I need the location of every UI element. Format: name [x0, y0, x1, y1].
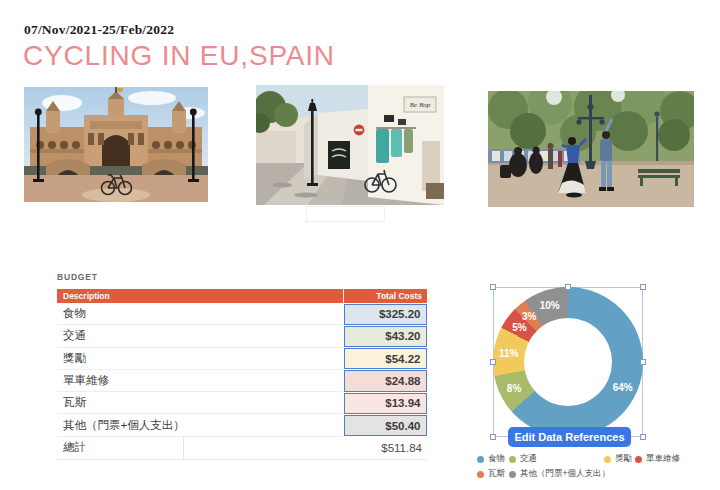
- legend-color-dot: [509, 456, 516, 463]
- legend-label: 交通: [520, 453, 537, 465]
- table-header-row: Description Total Costs: [57, 289, 427, 303]
- legend-color-dot: [604, 456, 611, 463]
- legend-item: 交通: [509, 453, 537, 465]
- selection-handle[interactable]: [490, 434, 496, 440]
- table-footer-row[interactable]: 總計 $511.84: [57, 437, 427, 460]
- footer-total-cell[interactable]: $511.84: [343, 437, 427, 459]
- total-cell-wrap: $50.40: [343, 414, 427, 436]
- selection-handle[interactable]: [565, 284, 571, 290]
- photo-park-dancers[interactable]: [488, 91, 694, 207]
- slice-percent-label: 11%: [499, 348, 518, 359]
- footer-description-cell[interactable]: 總計: [57, 437, 343, 459]
- slide-canvas: 07/Nov/2021-25/Feb/2022 CYCLING IN EU,SP…: [0, 0, 720, 490]
- white-alley-image: Be Bop: [256, 85, 444, 205]
- selection-handle[interactable]: [640, 359, 646, 365]
- legend-item: 瓦斯: [477, 468, 505, 480]
- legend-item: 單車維修: [635, 453, 680, 465]
- table-row: 交通 $43.20: [57, 325, 427, 347]
- description-cell[interactable]: 獎勵: [57, 348, 343, 370]
- total-cell[interactable]: $24.88: [344, 370, 427, 391]
- legend-label: 食物: [488, 453, 505, 465]
- total-cell[interactable]: $325.20: [344, 304, 427, 325]
- table-row: 獎勵 $54.22: [57, 348, 427, 370]
- table-row: 單車維修 $24.88: [57, 370, 427, 392]
- selection-handle[interactable]: [640, 284, 646, 290]
- description-cell[interactable]: 交通: [57, 325, 343, 347]
- legend-color-dot: [477, 471, 484, 478]
- table-row: 其他（門票+個人支出） $50.40: [57, 414, 427, 436]
- description-cell[interactable]: 食物: [57, 303, 343, 325]
- legend-label: 其他（門票+個人支出）: [520, 468, 610, 480]
- edit-data-references-button[interactable]: Edit Data References: [508, 427, 631, 447]
- legend-item: 食物: [477, 453, 505, 465]
- table-row: 食物 $325.20: [57, 303, 427, 325]
- total-cell[interactable]: $13.94: [344, 393, 427, 414]
- total-cell[interactable]: $50.40: [344, 415, 427, 436]
- date-range-text: 07/Nov/2021-25/Feb/2022: [24, 22, 174, 38]
- slice-percent-label: 10%: [540, 299, 560, 310]
- selection-handle[interactable]: [490, 284, 496, 290]
- photo-white-alley[interactable]: Be Bop: [256, 85, 444, 205]
- budget-section-label: BUDGET: [57, 272, 98, 282]
- legend-label: 單車維修: [646, 453, 680, 465]
- table-body: 食物 $325.20 交通 $43.20 獎勵 $54.22 單車維修 $24.…: [57, 303, 427, 437]
- park-dancers-image: [488, 91, 694, 207]
- selection-handle[interactable]: [640, 434, 646, 440]
- photo-caption-placeholder[interactable]: [306, 206, 385, 222]
- legend-item: 獎勵: [604, 453, 632, 465]
- description-cell[interactable]: 瓦斯: [57, 392, 343, 414]
- slice-percent-label: 64%: [613, 381, 633, 392]
- description-cell[interactable]: 其他（門票+個人支出）: [57, 414, 343, 436]
- legend-label: 瓦斯: [488, 468, 505, 480]
- total-cell[interactable]: $43.20: [344, 326, 427, 347]
- total-cell-wrap: $24.88: [343, 370, 427, 392]
- selection-handle[interactable]: [490, 359, 496, 365]
- shop-sign-text: Be Bop: [410, 101, 431, 109]
- slide-title: CYCLING IN EU,SPAIN: [23, 40, 335, 72]
- column-header-description: Description: [57, 291, 343, 301]
- legend-color-dot: [635, 456, 642, 463]
- legend-item: 其他（門票+個人支出）: [509, 468, 610, 480]
- total-cell[interactable]: $54.22: [344, 348, 427, 369]
- total-cell-wrap: $43.20: [343, 325, 427, 347]
- legend-label: 獎勵: [615, 453, 632, 465]
- slice-percent-label: 3%: [522, 311, 536, 322]
- slice-percent-label: 8%: [507, 383, 521, 394]
- table-row: 瓦斯 $13.94: [57, 392, 427, 414]
- total-cell-wrap: $325.20: [343, 303, 427, 325]
- total-cell-wrap: $54.22: [343, 348, 427, 370]
- budget-table: Description Total Costs 食物 $325.20 交通 $4…: [57, 289, 427, 460]
- column-header-total-costs: Total Costs: [343, 289, 427, 303]
- legend-color-dot: [509, 471, 516, 478]
- photo-plaza-de-espana[interactable]: [24, 87, 208, 202]
- total-cell-wrap: $13.94: [343, 392, 427, 414]
- slice-percent-label: 5%: [512, 321, 526, 332]
- legend-color-dot: [477, 456, 484, 463]
- donut-chart-hole: [524, 318, 612, 406]
- plaza-de-espana-image: [24, 87, 208, 202]
- footer-cell-divider: [183, 437, 184, 459]
- description-cell[interactable]: 單車維修: [57, 370, 343, 392]
